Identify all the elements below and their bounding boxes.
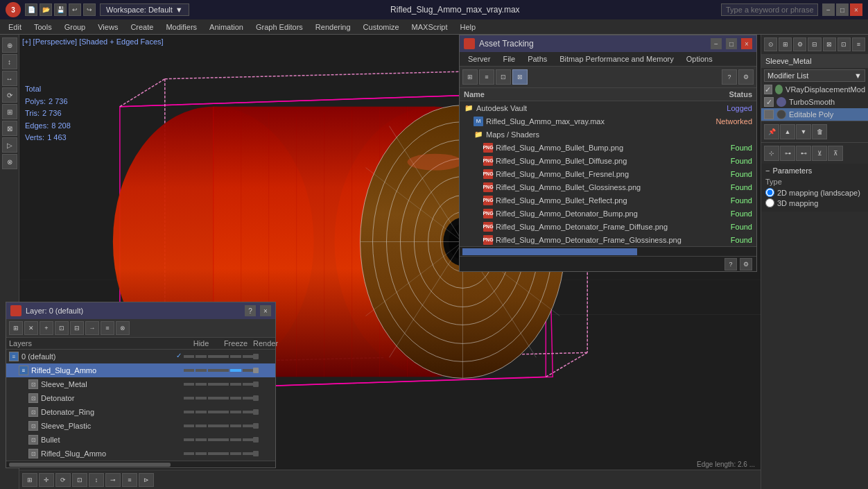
lt-move[interactable]: → (85, 321, 99, 335)
asset-panel-titlebar[interactable]: Asset Tracking − □ × (460, 35, 756, 52)
layer-row[interactable]: ≡ 0 (default) ✓ (6, 350, 275, 363)
rp-icon-3[interactable]: ⚙ (793, 37, 806, 51)
bt-6-btn[interactable]: ⊸ (105, 473, 121, 487)
lt-btn-6[interactable]: ⊠ (2, 121, 17, 136)
ap-help-btn[interactable]: ? (722, 69, 737, 85)
rp-icon-4[interactable]: ⊟ (808, 37, 821, 51)
lt-5[interactable]: ≡ (101, 321, 114, 335)
asset-row[interactable]: M Rifled_Slug_Ammo_max_vray.max Networke… (460, 114, 756, 128)
mapping-3d-input[interactable] (765, 198, 774, 207)
lt-btn-3[interactable]: ↔ (2, 71, 17, 86)
mapping-3d-radio[interactable]: 3D mapping (765, 198, 864, 207)
menu-views[interactable]: Views (92, 22, 123, 33)
layer-row[interactable]: ⊡ Sleeve_Plastic (6, 419, 275, 433)
ap-tool-4[interactable]: ⊠ (512, 69, 528, 85)
asset-panel-close[interactable]: × (741, 38, 752, 49)
modifier-turbosmooth[interactable]: ✓ TurboSmooth (761, 96, 868, 108)
asset-row[interactable]: PNG Rifled_Slug_Ammo_Bullet_Reflect.png … (460, 194, 756, 207)
open-file-btn[interactable]: 📂 (40, 3, 52, 16)
menu-customize[interactable]: Customize (358, 22, 405, 33)
bt-8-btn[interactable]: ⊳ (139, 473, 154, 487)
lt-btn-8[interactable]: ⊗ (2, 154, 17, 169)
layer-scrollbar[interactable] (6, 461, 275, 467)
redo-btn[interactable]: ↪ (83, 3, 96, 16)
asset-row[interactable]: 📁 Maps / Shaders (460, 128, 756, 141)
lt-btn-7[interactable]: ▷ (2, 137, 17, 153)
ap-menu-options[interactable]: Options (681, 53, 718, 65)
menu-modifiers[interactable]: Modifiers (160, 22, 202, 33)
lt-delete[interactable]: ✕ (24, 321, 38, 335)
ap-tool-3[interactable]: ⊡ (496, 69, 511, 85)
rp-icon-7[interactable]: ≡ (852, 37, 865, 51)
lt-btn-5[interactable]: ⊞ (2, 104, 17, 119)
bt-7-btn[interactable]: ≡ (122, 473, 137, 487)
menu-edit[interactable]: Edit (3, 22, 27, 33)
ap-help-1[interactable]: ? (724, 258, 737, 271)
lt-btn-1[interactable]: ⊕ (2, 37, 17, 53)
layer-panel-help[interactable]: ? (245, 305, 256, 316)
modifier-check-1[interactable]: ✓ (764, 85, 772, 94)
mod-tool-del[interactable]: 🗑 (812, 124, 827, 139)
rp-icon-6[interactable]: ⊡ (837, 37, 851, 51)
menu-rendering[interactable]: Rendering (310, 22, 356, 33)
workspace-selector[interactable]: Workspace: Default ▼ (100, 3, 189, 16)
ap-tool-2[interactable]: ≡ (479, 69, 494, 85)
asset-row[interactable]: PNG Rifled_Slug_Ammo_Detonator_Frame_Glo… (460, 233, 756, 246)
bt-rotate-btn[interactable]: ⟳ (55, 473, 71, 487)
ap-menu-paths[interactable]: Paths (522, 53, 553, 65)
layer-row[interactable]: ⊡ Detonator (6, 391, 275, 405)
lt-new[interactable]: ⊞ (9, 321, 23, 335)
bt-move-btn[interactable]: ✛ (39, 473, 54, 487)
ap-config-btn[interactable]: ⚙ (738, 69, 754, 85)
rp-icon-1[interactable]: ⊙ (764, 37, 777, 51)
modifier-list-arrow[interactable]: ▼ (854, 71, 862, 80)
menu-group[interactable]: Group (59, 22, 92, 33)
menu-graph-editors[interactable]: Graph Editors (250, 22, 309, 33)
asset-row[interactable]: PNG Rifled_Slug_Ammo_Bullet_Glossiness.p… (460, 180, 756, 194)
layer-scroll-thumb[interactable] (9, 463, 171, 467)
mod-sub-3[interactable]: ⊷ (796, 146, 811, 161)
mod-sub-5[interactable]: ⊼ (828, 146, 843, 161)
parameters-title[interactable]: − Parameters (765, 166, 864, 175)
mod-tool-pin[interactable]: 📌 (764, 124, 779, 139)
layer-row[interactable]: ⊡ Detonator_Ring (6, 405, 275, 419)
asset-panel-minimize[interactable]: − (711, 38, 722, 49)
layer-row[interactable]: ⊡ Sleeve_Metal (6, 377, 275, 391)
viewport-label[interactable]: [+] [Perspective] [Shaded + Edged Faces] (22, 37, 164, 46)
asset-row[interactable]: PNG Rifled_Slug_Ammo_Bullet_Bump.png Fou… (460, 141, 756, 154)
modifier-check-3[interactable] (764, 110, 774, 119)
mod-sub-1[interactable]: ⊹ (764, 146, 779, 161)
asset-row[interactable]: 📁 Autodesk Vault Logged (460, 101, 756, 114)
mod-tool-down[interactable]: ▼ (796, 124, 811, 139)
bt-scale-btn[interactable]: ⊡ (72, 473, 87, 487)
menu-maxscript[interactable]: MAXScript (406, 22, 453, 33)
save-file-btn[interactable]: 💾 (54, 3, 67, 16)
mod-tool-up[interactable]: ▲ (780, 124, 795, 139)
layer-panel-close[interactable]: × (260, 305, 271, 316)
modifier-editable-poly[interactable]: Editable Poly (761, 108, 868, 121)
lt-add[interactable]: + (40, 321, 53, 335)
lt-select-layer[interactable]: ⊟ (70, 321, 84, 335)
ap-help-2[interactable]: ⚙ (740, 258, 752, 271)
menu-animation[interactable]: Animation (204, 22, 249, 33)
mapping-2d-input[interactable] (765, 188, 774, 197)
lt-btn-2[interactable]: ↕ (2, 54, 17, 69)
layer-row[interactable]: ⊡ Bullet (6, 433, 275, 447)
asset-panel-maximize[interactable]: □ (726, 38, 737, 49)
ap-menu-file[interactable]: File (497, 53, 521, 65)
undo-btn[interactable]: ↩ (69, 3, 81, 16)
ap-tool-1[interactable]: ⊞ (462, 69, 478, 85)
lt-select-obj[interactable]: ⊡ (55, 321, 69, 335)
mod-sub-2[interactable]: ⊶ (780, 146, 795, 161)
modifier-vray-displacement[interactable]: ✓ VRayDisplacementMod (761, 83, 868, 96)
minimize-btn[interactable]: − (822, 3, 835, 16)
search-input[interactable] (721, 3, 818, 16)
rp-icon-5[interactable]: ⊠ (823, 37, 836, 51)
bt-5-btn[interactable]: ↕ (89, 473, 104, 487)
close-btn[interactable]: × (850, 3, 862, 16)
layer-row[interactable]: ≡ Rifled_Slug_Ammo (6, 363, 275, 377)
ap-menu-bitmap[interactable]: Bitmap Performance and Memory (554, 53, 679, 65)
new-file-btn[interactable]: 📄 (25, 3, 37, 16)
asset-row[interactable]: PNG Rifled_Slug_Ammo_Detonator_Frame_Dif… (460, 220, 756, 233)
layer-row[interactable]: ⊡ Rifled_Slug_Ammo (6, 447, 275, 461)
